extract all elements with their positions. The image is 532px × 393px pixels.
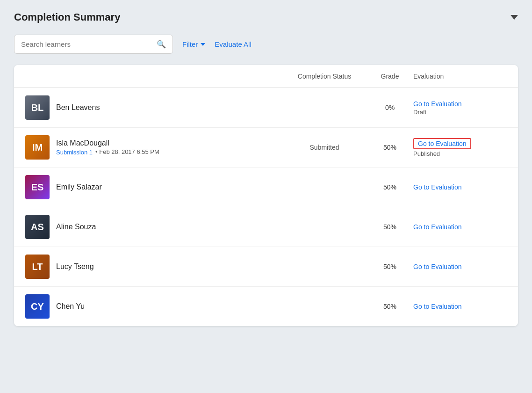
evaluation-cell: Go to Evaluation [413,303,507,310]
evaluation-cell: Go to EvaluationPublished [413,138,507,157]
learner-info-aline-souza: ASAline Souza [25,215,282,239]
table-row: ESEmily Salazar50%Go to Evaluation [14,167,518,207]
learner-name: Lucy Tseng [56,262,94,271]
go-to-evaluation-link[interactable]: Go to Evaluation [413,183,462,191]
filter-button[interactable]: Filter [182,40,205,48]
evaluate-all-button[interactable]: Evaluate All [215,40,251,48]
table-header: Completion Status Grade Evaluation [14,65,518,88]
avatar: CY [25,294,50,319]
page-title: Completion Summary [14,11,120,23]
learner-name-block: Ben Leavens [56,103,100,112]
grade-cell: 50% [367,183,413,191]
search-input[interactable] [21,40,157,48]
grade-cell: 50% [367,144,413,151]
avatar: IM [25,135,50,160]
go-to-evaluation-link[interactable]: Go to Evaluation [413,223,462,231]
chevron-down-icon [510,15,518,20]
col-header-status: Completion Status [282,73,367,80]
grade-cell: 50% [367,223,413,231]
learner-name: Emily Salazar [56,183,102,191]
go-to-evaluation-link[interactable]: Go to Evaluation [413,263,462,270]
col-header-evaluation: Evaluation [413,73,507,80]
toolbar: 🔍 Filter Evaluate All [14,35,518,54]
learner-name-block: Aline Souza [56,223,96,231]
learner-name: Aline Souza [56,223,96,231]
learner-info-chen-yu: CYChen Yu [25,294,282,319]
evaluation-status: Published [413,150,440,157]
filter-label: Filter [182,40,198,48]
submission-date: • Feb 28, 2017 6:55 PM [95,148,159,155]
avatar: BL [25,95,50,120]
table-row: BLBen Leavens0%Go to EvaluationDraft [14,88,518,128]
go-to-evaluation-link[interactable]: Go to Evaluation [413,138,471,149]
learner-name-block: Lucy Tseng [56,262,94,271]
filter-chevron-icon [201,43,205,46]
learner-name-block: Isla MacDougallSubmission 1• Feb 28, 201… [56,139,159,156]
learners-table: Completion Status Grade Evaluation BLBen… [14,65,518,326]
learner-name: Isla MacDougall [56,139,159,147]
avatar: ES [25,175,50,199]
completion-status-cell: Submitted [282,144,367,151]
grade-cell: 0% [367,104,413,111]
go-to-evaluation-link[interactable]: Go to Evaluation [413,100,462,108]
table-row: IMIsla MacDougallSubmission 1• Feb 28, 2… [14,128,518,167]
submission-link[interactable]: Submission 1 [56,149,93,156]
learner-info-emily-salazar: ESEmily Salazar [25,175,282,199]
learner-name-block: Chen Yu [56,302,85,311]
learner-info-isla-macdougall: IMIsla MacDougallSubmission 1• Feb 28, 2… [25,135,282,160]
evaluation-cell: Go to Evaluation [413,263,507,270]
table-row: CYChen Yu50%Go to Evaluation [14,287,518,326]
table-row: ASAline Souza50%Go to Evaluation [14,207,518,247]
table-body: BLBen Leavens0%Go to EvaluationDraftIMIs… [14,88,518,326]
learner-info-lucy-tseng: LTLucy Tseng [25,255,282,279]
search-icon[interactable]: 🔍 [157,40,166,49]
col-header-name [25,73,282,80]
grade-cell: 50% [367,303,413,310]
avatar: AS [25,215,50,239]
evaluation-cell: Go to EvaluationDraft [413,100,507,116]
table-row: LTLucy Tseng50%Go to Evaluation [14,247,518,287]
learner-name: Chen Yu [56,302,85,311]
evaluation-cell: Go to Evaluation [413,183,507,191]
col-header-grade: Grade [367,73,413,80]
go-to-evaluation-link[interactable]: Go to Evaluation [413,303,462,310]
evaluation-status: Draft [413,109,426,116]
page-header: Completion Summary [14,11,518,23]
grade-cell: 50% [367,263,413,270]
learner-info-ben-leavens: BLBen Leavens [25,95,282,120]
evaluation-cell: Go to Evaluation [413,223,507,231]
avatar: LT [25,255,50,279]
learner-name-block: Emily Salazar [56,183,102,191]
search-box: 🔍 [14,35,173,54]
learner-name: Ben Leavens [56,103,100,112]
